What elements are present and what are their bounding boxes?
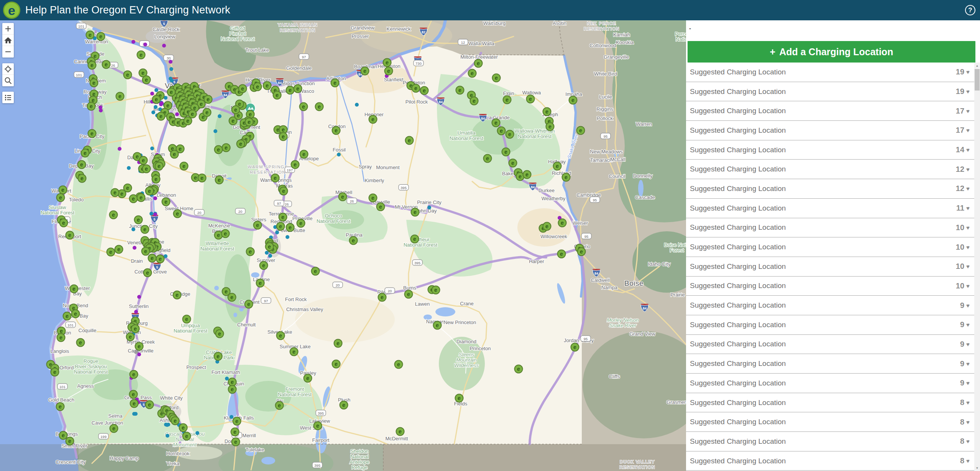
blue-dot-marker[interactable] [131, 227, 135, 231]
charging-location-marker[interactable]: e [378, 293, 386, 301]
charging-location-marker[interactable]: e [300, 150, 308, 158]
charging-location-marker[interactable]: e [571, 343, 579, 351]
zoom-out-button[interactable] [2, 46, 14, 58]
charging-location-marker[interactable]: e [59, 186, 67, 194]
purple-dot-marker[interactable] [118, 147, 121, 151]
charging-location-marker[interactable]: e [179, 424, 187, 432]
heart-icon[interactable]: ♥ [966, 147, 970, 153]
charging-location-marker[interactable]: e [506, 130, 514, 138]
purple-dot-marker[interactable] [175, 112, 179, 116]
charging-location-marker[interactable]: e [339, 193, 347, 201]
charging-location-marker[interactable]: e [515, 365, 523, 373]
suggestion-row[interactable]: Suggested Charging Location8♥ [686, 393, 974, 413]
charging-location-marker[interactable]: e [198, 174, 206, 182]
charging-location-marker[interactable]: e [97, 33, 105, 41]
charging-location-marker[interactable]: e [405, 137, 414, 145]
blue-dot-marker[interactable] [427, 206, 431, 209]
suggestion-row[interactable]: Suggested Charging Location10♥ [686, 237, 974, 257]
charging-location-marker[interactable]: e [189, 110, 197, 118]
charging-location-marker[interactable]: e [110, 425, 118, 433]
blue-dot-marker[interactable] [154, 105, 158, 109]
charging-location-marker[interactable]: e [87, 102, 95, 110]
charging-location-marker[interactable]: e [300, 103, 308, 111]
charging-location-marker[interactable]: e [277, 222, 285, 231]
purple-dot-marker[interactable] [137, 295, 141, 299]
charging-location-marker[interactable]: e [527, 95, 535, 103]
charging-location-marker[interactable]: e [260, 262, 268, 270]
suggestion-row[interactable]: Suggested Charging Location14♥ [686, 140, 974, 160]
charging-location-marker[interactable]: e [215, 176, 223, 184]
list-scrollbar[interactable]: ▲ ▼ [974, 63, 980, 471]
suggestions-list[interactable]: Suggested Charging Location19♥Suggested … [686, 63, 974, 471]
heart-icon[interactable]: ♥ [966, 399, 970, 406]
charging-location-marker[interactable]: e [171, 150, 179, 158]
charging-location-marker[interactable]: e [215, 146, 223, 154]
blue-dot-marker[interactable] [195, 431, 199, 435]
charging-location-marker[interactable]: e [412, 84, 420, 92]
charging-location-marker[interactable]: e [468, 69, 476, 77]
charging-location-marker[interactable]: e [314, 422, 322, 430]
charging-location-marker[interactable]: e [66, 437, 74, 445]
charging-location-marker[interactable]: e [294, 85, 302, 93]
suggestion-row[interactable]: Suggested Charging Location9♥ [686, 296, 974, 315]
blue-dot-marker[interactable] [268, 254, 272, 258]
blue-dot-marker[interactable] [154, 88, 158, 92]
heart-icon[interactable]: ♥ [966, 419, 970, 425]
purple-dot-marker[interactable] [133, 246, 136, 250]
blue-dot-marker[interactable] [213, 129, 217, 133]
blue-dot-marker[interactable] [151, 110, 155, 114]
home-button[interactable] [2, 35, 14, 46]
charging-location-marker[interactable]: e [88, 61, 96, 69]
charging-location-marker[interactable]: e [276, 402, 284, 410]
blue-dot-marker[interactable] [166, 423, 170, 427]
charging-location-marker[interactable]: e [88, 130, 96, 138]
search-icon[interactable] [2, 75, 14, 86]
purple-dot-marker[interactable] [159, 102, 163, 106]
suggestion-row[interactable]: Suggested Charging Location8♥ [686, 412, 974, 432]
charging-location-marker[interactable]: e [254, 83, 262, 91]
purple-dot-marker[interactable] [153, 196, 157, 200]
charging-location-marker[interactable]: e [63, 312, 71, 320]
heart-icon[interactable]: ♥ [966, 108, 970, 114]
charging-location-marker[interactable]: e [78, 175, 86, 183]
charging-location-marker[interactable]: e [148, 254, 156, 262]
blue-dot-marker[interactable] [166, 434, 169, 438]
charging-location-marker[interactable]: e [254, 221, 262, 229]
charging-location-marker[interactable]: e [558, 250, 566, 258]
charging-location-marker[interactable]: e [111, 189, 119, 197]
charging-location-marker[interactable]: e [315, 103, 323, 111]
charging-location-marker[interactable]: e [137, 194, 145, 202]
suggestion-row[interactable]: Suggested Charging Location8♥ [686, 451, 974, 471]
blue-dot-marker[interactable] [225, 377, 229, 380]
charging-location-marker[interactable]: e [369, 115, 377, 124]
charging-location-marker[interactable]: e [146, 401, 154, 409]
suggestion-row[interactable]: Suggested Charging Location12♥ [686, 160, 974, 179]
charging-location-marker[interactable]: e [135, 343, 143, 351]
charging-location-marker[interactable]: e [385, 67, 393, 75]
charging-location-marker[interactable]: e [245, 118, 253, 126]
charging-location-marker[interactable]: e [78, 161, 86, 169]
charging-location-marker[interactable]: e [312, 267, 320, 275]
charging-location-marker[interactable]: e [350, 237, 358, 245]
charging-location-marker[interactable]: e [214, 352, 222, 361]
charging-location-marker[interactable]: e [90, 79, 98, 87]
charging-location-marker[interactable]: e [222, 144, 230, 152]
charging-location-marker[interactable]: e [420, 87, 428, 95]
charging-location-marker[interactable]: e [228, 378, 236, 386]
suggestion-row[interactable]: Suggested Charging Location10♥ [686, 218, 974, 238]
charging-location-marker[interactable]: e [395, 361, 403, 369]
charging-location-marker[interactable]: e [51, 368, 59, 376]
blue-dot-marker[interactable] [150, 147, 154, 150]
charging-location-marker[interactable]: e [553, 162, 561, 170]
purple-dot-marker[interactable] [169, 60, 172, 64]
charging-location-marker[interactable]: e [279, 213, 287, 221]
charging-location-marker[interactable]: e [222, 230, 230, 238]
charging-location-marker[interactable]: e [124, 71, 132, 79]
charging-location-marker[interactable]: e [432, 286, 440, 294]
charging-location-marker[interactable]: e [433, 321, 442, 329]
charging-location-marker[interactable]: e [332, 127, 340, 135]
charging-location-marker[interactable]: e [130, 371, 138, 379]
heart-icon[interactable]: ♥ [966, 88, 970, 95]
charging-location-marker[interactable]: e [152, 175, 160, 183]
charging-location-marker[interactable]: e [286, 86, 294, 94]
